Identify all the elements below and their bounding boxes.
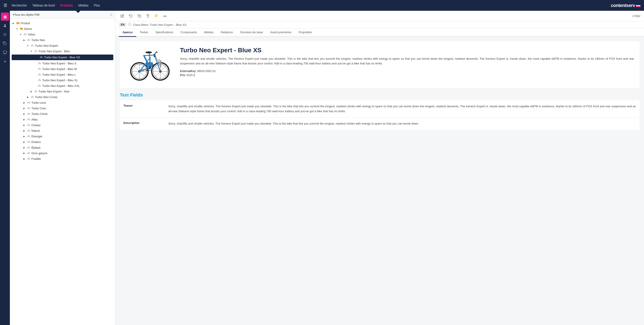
tree-header-title: Tous les objets PIM	[14, 13, 110, 16]
tree-item-noeud[interactable]: ▶ Nœud	[10, 128, 115, 134]
tree-item-gros-garcon[interactable]: ▶ Gros garçon	[10, 150, 115, 156]
svg-point-42	[28, 142, 28, 143]
bike-icon	[38, 72, 41, 77]
sidebar-tag-icon[interactable]	[1, 40, 9, 48]
nav-recherche[interactable]: Recherche	[12, 4, 27, 7]
tree-item-turbo-neo-export-bleu[interactable]: ▼ Turbo Neo Export - Bleu	[10, 48, 115, 54]
duplicate-button[interactable]	[153, 12, 160, 19]
toggle-icon: ▼	[30, 50, 33, 52]
tree-item-bleu-s[interactable]: Turbo Neo Expert - Bleu S	[10, 60, 115, 66]
tree-item-turbo-neo-expert[interactable]: ▼ Turbo Neo Expert	[10, 43, 115, 48]
copy-button[interactable]	[136, 12, 143, 19]
tab-apercu[interactable]: Aperçu	[119, 28, 136, 37]
toggle-icon: ▶	[22, 141, 26, 143]
tab-donnees-de-base[interactable]: Données de base	[236, 28, 266, 37]
svg-rect-82	[146, 70, 148, 71]
toggle-icon: ▼	[15, 28, 19, 30]
tree-item-bleu-xl[interactable]: Turbo Neo Expert - Bleu XL	[10, 78, 115, 83]
tree-label: Turbo Neo Expert - Bleu M	[42, 67, 77, 71]
bike-folder-icon	[27, 112, 30, 116]
tree-item-enduro[interactable]: ▶ Enduro	[10, 139, 115, 145]
tree-item-allez[interactable]: ▶ Allez	[10, 117, 115, 122]
tree-item-blue-xs[interactable]: Turbo Neo Expert - Blue XS	[12, 54, 113, 60]
edit-button[interactable]	[119, 12, 126, 19]
sidebar-grid-icon[interactable]: ▦	[1, 12, 9, 21]
tree-item-turbo-creo[interactable]: ▶ Turbo Creo	[10, 106, 115, 111]
language-badge[interactable]: EN	[119, 23, 126, 27]
tree-item-ciseau[interactable]: ▶ Ciseau	[10, 122, 115, 128]
tree-item-bleu-l[interactable]: Turbo Neo Expert - Bleu L	[10, 72, 115, 78]
svg-point-48	[28, 159, 28, 160]
sidebar-monitor-icon[interactable]	[1, 48, 9, 56]
home-icon[interactable]: ⌂	[110, 12, 112, 16]
tree-label: Turbo Creo	[32, 106, 46, 110]
field-value-teaser: Sorry, chairlifts and shuttle vehicles. …	[165, 100, 640, 118]
tab-relations[interactable]: Relations	[217, 28, 236, 37]
tree-label: Turbo Neo Expert - Blue XS	[44, 56, 80, 59]
tree-label: Épique	[32, 146, 40, 149]
tree-item-bleu-xxl[interactable]: Turbo Neo Expert - Bleu XXL	[10, 83, 115, 89]
tree-item-epique[interactable]: ▶ Épique	[10, 145, 115, 150]
svg-point-77	[146, 52, 152, 53]
tab-specifications[interactable]: Spécifications	[152, 28, 177, 37]
sidebar-person-icon[interactable]	[1, 22, 9, 30]
tree-item-turbo-neo[interactable]: ▶ Turbo Neo	[10, 37, 115, 43]
bike-folder-icon	[27, 38, 30, 42]
bike-folder-icon	[30, 95, 34, 99]
tab-textes[interactable]: Textes	[136, 28, 152, 37]
tree-item-demo[interactable]: ▼ Demo	[10, 26, 115, 32]
svg-rect-90	[160, 60, 161, 68]
item-id: 17682	[632, 14, 640, 18]
info-icon: ⓘ	[128, 23, 131, 27]
toggle-icon: ▶	[22, 39, 26, 41]
more-button[interactable]: •••	[162, 12, 168, 19]
svg-point-1	[4, 34, 6, 35]
tree-item-fusible[interactable]: ▶ Fusible	[10, 156, 115, 162]
product-info: Turbo Neo Expert - Blue XS Sorry, chairl…	[180, 47, 634, 82]
tree-item-diverger[interactable]: ▶ Diverger	[10, 134, 115, 139]
tree-item-turbo-come[interactable]: ▶ Turbo Côme	[10, 111, 115, 117]
toggle-icon: ▶	[22, 118, 26, 121]
toggle-icon: ▶	[22, 158, 26, 160]
tree-label: Produit	[21, 22, 30, 25]
tree-label: Turbo Levo	[32, 101, 46, 104]
external-key: ExternalKey: 98020-3002-S1	[180, 70, 634, 73]
toggle-icon: ▶	[26, 96, 30, 98]
svg-point-34	[28, 120, 28, 120]
fields-table: Teaser Sorry, chairlifts and shuttle veh…	[120, 100, 640, 130]
sidebar-settings-icon[interactable]	[1, 30, 9, 38]
tree-item-turbo-neo-comp[interactable]: ▶ Turbo Neo Comp	[10, 94, 115, 100]
dislike-button[interactable]	[144, 12, 151, 19]
nav-medias[interactable]: Médias	[78, 4, 88, 7]
tab-proprietes[interactable]: Propriétés	[295, 28, 316, 37]
sidebar-plus-icon[interactable]	[1, 58, 9, 66]
field-value-description: Sorry, chairlifts and shuttle vehicles. …	[165, 118, 640, 130]
tree-item-produit[interactable]: ▶ Produit	[10, 20, 115, 26]
tab-avant-premieres[interactable]: Avant-premières	[266, 28, 295, 37]
tree-item-bleu-m[interactable]: Turbo Neo Expert - Bleu M	[10, 66, 115, 72]
tree-item-turbo-neo-export-noir[interactable]: ▶ Turbo Neo Export - Noir	[10, 89, 115, 94]
tree-label: Turbo Neo Export - Noir	[38, 90, 70, 93]
toggle-icon: ▶	[22, 135, 26, 138]
svg-line-72	[144, 55, 154, 56]
nav-tableau[interactable]: Tableau de bord	[32, 4, 55, 7]
svg-point-2	[4, 42, 4, 43]
svg-point-0	[4, 24, 6, 26]
tree-collapse-icon[interactable]: ▾	[12, 13, 14, 16]
refresh-button[interactable]	[128, 12, 134, 19]
tree-item-turbo-levo[interactable]: ▶ Turbo Levo	[10, 100, 115, 106]
brand-logo: contentserv	[611, 3, 640, 8]
svg-point-10	[34, 51, 36, 52]
nav-produits[interactable]: Produits	[60, 4, 73, 7]
nav-plus[interactable]: Plus	[94, 4, 100, 7]
svg-line-76	[149, 53, 150, 57]
tab-composants[interactable]: Composants	[177, 28, 200, 37]
tree-item-velos[interactable]: ▼ Vélos	[10, 32, 115, 37]
tab-medias[interactable]: Médias	[200, 28, 217, 37]
content-area[interactable]: Turbo Neo Expert - Blue XS Sorry, chairl…	[115, 37, 644, 325]
bike-folder-icon	[34, 49, 38, 54]
tree-label: Demo	[24, 27, 32, 30]
hamburger-icon[interactable]: ☰	[4, 3, 7, 8]
tree-label: Gros garçon	[32, 152, 48, 155]
tree-label: Turbo Neo Expert - Bleu XL	[42, 78, 78, 82]
